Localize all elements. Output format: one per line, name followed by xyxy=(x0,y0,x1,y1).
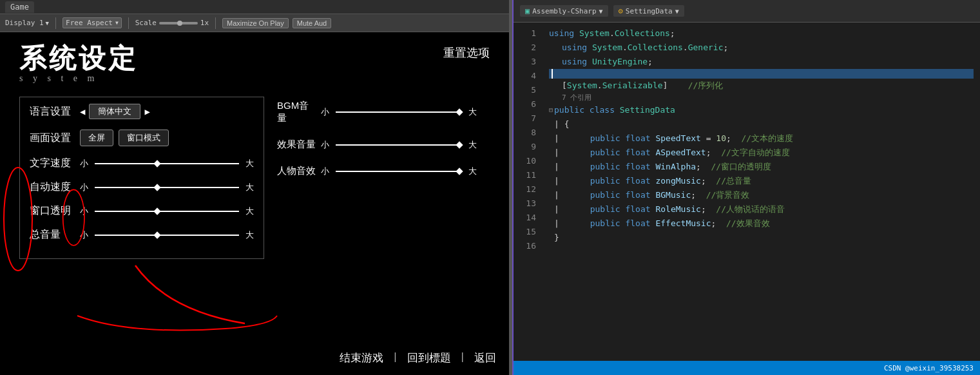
auto-speed-row: 自动速度 小 大 xyxy=(30,180,254,194)
char-small: 小 xyxy=(321,166,329,177)
left-panel: Game Display 1 ▼ Free Aspect Scale 1x Ma… xyxy=(0,0,509,375)
text-speed-track[interactable] xyxy=(95,163,239,164)
total-volume-row: 总音量 小 大 xyxy=(30,228,254,242)
assembly-dropdown-arrow: ▼ xyxy=(599,8,603,15)
window-trans-handle xyxy=(153,207,160,215)
collapse-6[interactable]: ⊟ xyxy=(549,103,553,117)
code-line-15: } xyxy=(549,231,974,245)
settings-right-col: BGM音量 小 大 效果音量 小 xyxy=(264,97,490,259)
back-btn[interactable]: 返回 xyxy=(474,351,496,365)
auto-speed-track[interactable] xyxy=(95,187,239,188)
code-line-8: | public float SpeedText = 10; //文本的速度 xyxy=(549,131,974,146)
fullscreen-btn[interactable]: 全屏 xyxy=(80,130,113,146)
line-numbers: 1 2 3 4 5 6 7 8 9 10 11 12 13 14 15 16 xyxy=(514,23,543,361)
code-area: 1 2 3 4 5 6 7 8 9 10 11 12 13 14 15 16 u… xyxy=(514,23,980,361)
assembly-icon: ▣ xyxy=(525,6,530,15)
char-label: 人物音效 xyxy=(277,165,316,177)
code-line-16 xyxy=(549,245,974,259)
window-btn[interactable]: 窗口模式 xyxy=(119,130,169,146)
total-volume-small: 小 xyxy=(80,229,88,241)
window-trans-label: 窗口透明 xyxy=(30,204,75,218)
char-track[interactable] xyxy=(336,171,462,172)
toolbar-sep-1 xyxy=(55,17,56,29)
window-trans-large: 大 xyxy=(245,206,254,217)
bgm-slider[interactable]: 小 大 xyxy=(321,106,477,118)
unity-toolbar: Display 1 ▼ Free Aspect Scale 1x Maximiz… xyxy=(0,14,509,32)
auto-speed-label: 自动速度 xyxy=(30,180,75,194)
scale-track[interactable] xyxy=(159,22,198,24)
settings-ui: 系统设定 s y s t e m 重置选项 语言设置 ◀ 簡体中文 ▶ xyxy=(0,32,509,375)
text-speed-slider[interactable]: 小 大 xyxy=(80,158,254,169)
char-handle xyxy=(456,168,463,175)
window-trans-track[interactable] xyxy=(95,211,239,212)
effect-row: 效果音量 小 大 xyxy=(277,139,477,151)
back-title-btn[interactable]: 回到標題 xyxy=(407,351,451,365)
total-volume-slider[interactable]: 小 大 xyxy=(80,229,254,241)
toolbar-sep-3 xyxy=(215,17,216,29)
code-line-9: | public float ASpeedText; //文字自动的速度 xyxy=(549,146,974,160)
settings-dropdown-arrow: ▼ xyxy=(675,8,679,15)
assembly-label: Assembly-CSharp xyxy=(532,7,596,15)
code-line-2: using System.Collections.Generic; xyxy=(549,41,974,55)
end-game-btn[interactable]: 结束游戏 xyxy=(340,351,383,365)
scale-control: Scale 1x xyxy=(135,19,209,27)
bgm-small: 小 xyxy=(321,106,329,118)
total-volume-handle xyxy=(153,231,160,238)
text-speed-label: 文字速度 xyxy=(30,157,75,170)
ref-count-line: 7 个引用 xyxy=(549,93,974,103)
red-arrow-annotation xyxy=(129,259,290,336)
lang-next-btn[interactable]: ▶ xyxy=(144,106,149,117)
code-line-1: using System.Collections; xyxy=(549,26,974,41)
lang-prev-btn[interactable]: ◀ xyxy=(80,106,85,117)
settings-data-label: SettingData xyxy=(626,7,673,15)
game-content: 系统设定 s y s t e m 重置选项 语言设置 ◀ 簡体中文 ▶ xyxy=(0,32,509,375)
footer-sep-1: | xyxy=(394,351,396,365)
game-tab[interactable]: Game xyxy=(5,1,34,13)
watermark: CSDN @weixin_39538253 xyxy=(884,364,974,372)
auto-speed-handle xyxy=(153,184,160,191)
settings-title-area: 系统设定 s y s t e m 重置选项 xyxy=(19,45,490,84)
char-row: 人物音效 小 大 xyxy=(277,165,477,177)
maximize-btn[interactable]: Maximize On Play xyxy=(222,18,289,28)
auto-speed-large: 大 xyxy=(245,182,254,193)
reset-btn[interactable]: 重置选项 xyxy=(443,45,490,61)
bgm-row: BGM音量 小 大 xyxy=(277,100,477,124)
settings-title-cn: 系统设定 xyxy=(19,45,138,72)
lang-control: ◀ 簡体中文 ▶ xyxy=(80,104,150,119)
assembly-badge[interactable]: ▣ Assembly-CSharp ▼ xyxy=(520,5,608,17)
text-speed-large: 大 xyxy=(245,158,254,169)
bgm-handle xyxy=(456,108,463,115)
window-trans-row: 窗口透明 小 大 xyxy=(30,204,254,218)
text-speed-small: 小 xyxy=(80,158,88,169)
editor-header: ▣ Assembly-CSharp ▼ ⚙ SettingData ▼ xyxy=(514,0,980,23)
code-line-6: ⊟public class SettingData xyxy=(549,103,974,117)
auto-speed-slider[interactable]: 小 大 xyxy=(80,182,254,193)
total-volume-large: 大 xyxy=(245,229,254,241)
right-panel: ▣ Assembly-CSharp ▼ ⚙ SettingData ▼ 1 2 … xyxy=(512,0,980,375)
code-line-5: [System.Serializable] //序列化 xyxy=(549,79,974,93)
settings-body: 语言设置 ◀ 簡体中文 ▶ 画面设置 全屏 窗口模式 xyxy=(19,97,490,259)
code-line-14: | public float EffectMusic; //效果音效 xyxy=(549,216,974,231)
bgm-large: 大 xyxy=(468,106,477,118)
bgm-label: BGM音量 xyxy=(277,100,316,124)
code-line-7: | { xyxy=(549,117,974,131)
aspect-dropdown[interactable]: Free Aspect xyxy=(62,17,122,28)
mute-btn[interactable]: Mute Aud xyxy=(293,18,331,28)
effect-slider[interactable]: 小 大 xyxy=(321,139,477,151)
bgm-track[interactable] xyxy=(336,111,462,113)
code-line-13: | public float RoleMusic; //人物说话的语音 xyxy=(549,202,974,216)
char-large: 大 xyxy=(468,166,477,177)
char-slider[interactable]: 小 大 xyxy=(321,166,477,177)
display-selector[interactable]: Display 1 ▼ xyxy=(5,19,49,27)
code-line-11: | public float zongMusic; //总音量 xyxy=(549,174,974,188)
total-volume-track[interactable] xyxy=(95,235,239,236)
settings-data-badge[interactable]: ⚙ SettingData ▼ xyxy=(613,5,684,17)
toolbar-sep-2 xyxy=(128,17,129,29)
window-trans-slider[interactable]: 小 大 xyxy=(80,206,254,217)
scale-dot xyxy=(177,21,182,26)
code-line-12: | public float BGMusic; //背景音效 xyxy=(549,188,974,202)
effect-track[interactable] xyxy=(336,144,462,146)
auto-speed-small: 小 xyxy=(80,182,88,193)
effect-label: 效果音量 xyxy=(277,139,316,151)
total-volume-label: 总音量 xyxy=(30,228,75,242)
